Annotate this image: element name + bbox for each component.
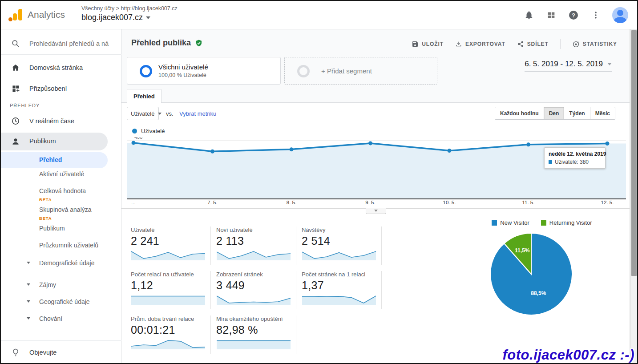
users-line-chart[interactable]: 200400...7. 5.8. 5.9. 5.10. 5.11. 5.12. …	[127, 138, 626, 206]
sidebar-subitem[interactable]: Celková hodnotaBETA	[1, 187, 108, 203]
google-apps-grid-icon[interactable]	[545, 9, 557, 21]
actions-divider	[560, 39, 561, 49]
sidebar-item-customization[interactable]: Přizpůsobení	[1, 80, 121, 97]
sidebar-subitem-label: Skupinová analýza	[39, 206, 92, 213]
sidebar-item-home[interactable]: Domovská stránka	[1, 59, 121, 77]
help-icon[interactable]: ?	[568, 9, 579, 21]
sidebar-subitem-label: Publikum	[39, 225, 65, 232]
expand-caret-icon[interactable]	[27, 262, 30, 264]
sidebar-subitem[interactable]: Skupinová analýzaBETA	[1, 206, 108, 222]
metric-value: 2 241	[131, 235, 206, 247]
lightbulb-icon	[11, 348, 20, 357]
metric-sparkline	[216, 293, 291, 305]
metric-label: Návštěvy	[302, 226, 377, 233]
avatar[interactable]	[612, 7, 628, 23]
search-input[interactable]	[29, 35, 114, 53]
beta-badge: BETA	[39, 214, 108, 222]
svg-text:11. 5.: 11. 5.	[522, 200, 535, 205]
date-range-value: 6. 5. 2019 - 12. 5. 2019	[525, 60, 603, 69]
share-label: SDÍLET	[527, 41, 549, 47]
svg-text:400: 400	[134, 138, 142, 140]
export-button[interactable]: EXPORTOVAT	[455, 40, 505, 48]
granularity-week-button[interactable]: Týden	[564, 107, 590, 120]
pie-legend: New Visitor Returning Visitor	[464, 219, 620, 226]
sidebar-subitem[interactable]: Geografické údaje	[1, 298, 108, 306]
granularity-month-button[interactable]: Měsíc	[590, 107, 615, 120]
metric-sparkline	[216, 249, 291, 260]
metric-sparkline	[131, 338, 206, 349]
property-selector[interactable]: blog.ijacek007.cz	[81, 13, 150, 22]
sidebar-subitem[interactable]: Demografické údaje	[1, 259, 108, 267]
insights-button[interactable]: STATISTIKY	[572, 40, 617, 48]
granularity-hourly-button[interactable]: Každou hodinu	[495, 107, 544, 120]
metric-sparkline	[131, 293, 206, 305]
metric-card[interactable]: Prům. doba trvání relace00:01:21	[131, 315, 211, 354]
metric-label: Míra okamžitého opuštění	[216, 315, 291, 322]
expand-caret-icon[interactable]	[27, 317, 30, 320]
sidebar-subitem[interactable]: Chování	[1, 315, 108, 323]
metric-value: 3 449	[216, 279, 291, 292]
sidebar-subitem[interactable]: Průzkumník uživatelů	[1, 242, 108, 249]
sidebar-subitem[interactable]: Aktivní uživatelé	[1, 170, 108, 178]
search-bar[interactable]	[1, 35, 121, 53]
more-vertical-icon[interactable]	[590, 9, 602, 21]
legend-returning-visitor: Returning Visitor	[541, 219, 592, 226]
segment-subtitle: 100,00 % Uživatelé	[158, 72, 206, 78]
beta-badge: BETA	[39, 196, 108, 203]
metric-card[interactable]: Počet relací na uživatele1,12	[131, 271, 211, 309]
legend-dot-icon	[132, 129, 137, 133]
metric-card[interactable]: Noví uživatelé2 113	[216, 226, 296, 265]
customization-icon	[11, 84, 20, 93]
axis-expand-button[interactable]	[366, 208, 386, 214]
scrollbar-thumb[interactable]	[631, 30, 637, 276]
expand-caret-icon[interactable]	[27, 300, 30, 303]
legend-square-icon	[541, 220, 546, 226]
svg-text:11,5%: 11,5%	[515, 247, 530, 254]
metric-card[interactable]: Míra okamžitého opuštění82,98 %	[216, 315, 296, 354]
expand-caret-icon[interactable]	[27, 283, 30, 286]
add-segment-button[interactable]: + Přidat segment	[284, 57, 437, 85]
sidebar-item-realtime[interactable]: V reálném čase	[1, 112, 121, 130]
tooltip-value: Uživatelé: 380	[555, 159, 589, 165]
metric-label: Počet stránek na 1 relaci	[302, 271, 377, 278]
tab-overview[interactable]: Přehled	[127, 89, 162, 103]
metric-value: 2 113	[216, 235, 291, 247]
metric-label: Prům. doba trvání relace	[131, 315, 206, 322]
chevron-down-icon	[374, 210, 378, 212]
metric-label: Uživatelé	[131, 226, 206, 233]
save-button[interactable]: ULOŽIT	[412, 40, 444, 48]
date-range-selector[interactable]: 6. 5. 2019 - 12. 5. 2019	[525, 60, 612, 72]
metric-sparkline	[131, 249, 206, 260]
metric-value: 1,12	[131, 279, 206, 292]
tab-strip: Přehled	[121, 89, 630, 103]
notifications-bell-icon[interactable]	[523, 9, 535, 21]
legend-square-icon	[492, 220, 497, 226]
share-button[interactable]: SDÍLET	[517, 40, 549, 48]
chart-tooltip: neděle 12. května 2019 Uživatelé: 380	[544, 147, 606, 169]
segment-all-users[interactable]: Všichni uživatelé 100,00 % Uživatelé	[127, 57, 281, 85]
metric-select-dropdown[interactable]: Uživatelé	[127, 107, 159, 120]
sidebar-subitem-label: Zájmy	[39, 281, 56, 288]
save-icon	[412, 40, 419, 48]
sidebar-subitem[interactable]: Publikum	[1, 225, 108, 232]
granularity-day-button[interactable]: Den	[544, 107, 565, 120]
sidebar-item-discover[interactable]: Objevujte	[1, 344, 121, 361]
sidebar-item-audience[interactable]: Publikum	[1, 133, 108, 150]
svg-text:88,5%: 88,5%	[531, 290, 546, 296]
sidebar-subitem[interactable]: Zájmy	[1, 281, 108, 289]
sidebar-subitem[interactable]: Přehled	[1, 152, 108, 168]
export-label: EXPORTOVAT	[465, 41, 505, 47]
metric-card[interactable]: Uživatelé2 241	[131, 226, 211, 265]
metric-value: 2 514	[302, 235, 377, 247]
metric-card[interactable]: Zobrazení stránek3 449	[216, 271, 296, 309]
product-name: Analytics	[28, 9, 65, 20]
breadcrumb: Všechny účty > http://blog.ijacek007.cz	[81, 5, 178, 12]
page-title: Přehled publika	[131, 38, 191, 48]
metric-card[interactable]: Návštěvy2 514	[302, 226, 382, 265]
metric-card[interactable]: Počet stránek na 1 relaci1,37	[302, 271, 382, 309]
visitor-type-pie-chart[interactable]: 88,5%11,5%	[487, 230, 576, 319]
svg-text:8. 5.: 8. 5.	[287, 200, 296, 205]
sidebar-item-label: Publikum	[29, 138, 56, 145]
select-metric-link[interactable]: Vybrat metriku	[179, 110, 216, 117]
add-segment-label: + Přidat segment	[321, 67, 372, 75]
